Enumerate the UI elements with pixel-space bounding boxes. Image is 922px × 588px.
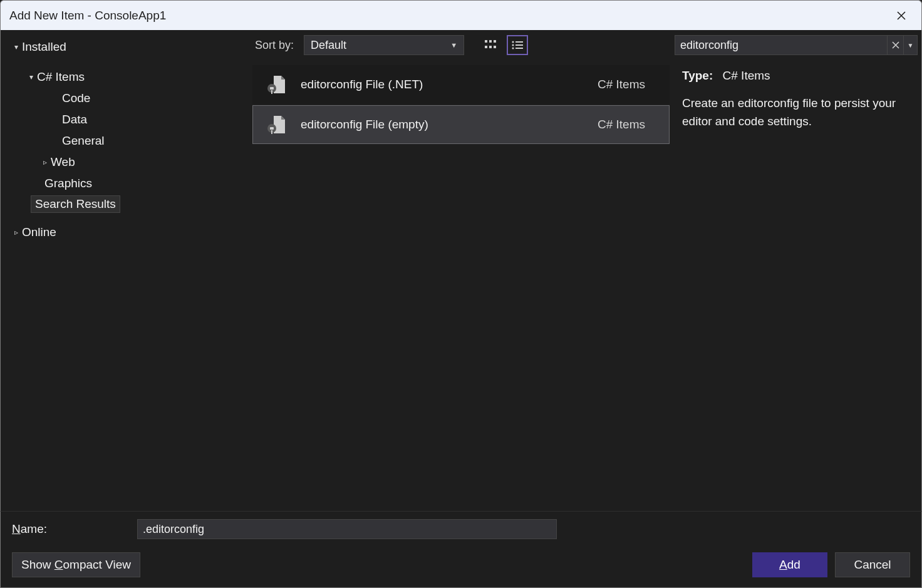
close-icon <box>896 11 906 21</box>
add-accelerator: A <box>779 558 787 571</box>
name-input[interactable] <box>137 519 557 539</box>
svg-rect-5 <box>494 46 496 48</box>
name-label: Name: <box>12 522 137 536</box>
svg-rect-11 <box>515 48 523 49</box>
template-list: editorconfig File (.NET) C# Items editor… <box>251 60 671 149</box>
button-row: Show Compact View Add Cancel <box>12 552 910 577</box>
tree-item-label: Graphics <box>44 177 92 190</box>
search-wrap: ▼ <box>671 30 921 60</box>
template-row[interactable]: editorconfig File (empty) C# Items <box>252 105 670 144</box>
sortby-dropdown[interactable]: Default ▼ <box>304 35 464 55</box>
tree-item-code[interactable]: Code <box>1 88 251 109</box>
tree-item-web[interactable]: ▹ Web <box>1 152 251 173</box>
add-button[interactable]: Add <box>752 552 827 577</box>
svg-point-8 <box>512 44 514 46</box>
details-pane: ▼ Type: C# Items Create an editorconfig … <box>671 30 921 511</box>
name-row: Name: <box>12 519 910 539</box>
tree-item-label: Code <box>62 91 90 105</box>
tree-item-csharp-items[interactable]: ▾ C# Items <box>1 66 251 88</box>
chevron-down-icon: ▼ <box>450 41 457 49</box>
svg-rect-17 <box>271 130 272 134</box>
sortby-label: Sort by: <box>255 39 294 52</box>
svg-rect-9 <box>515 44 523 46</box>
template-row[interactable]: editorconfig File (.NET) C# Items <box>252 65 670 104</box>
search-input[interactable] <box>675 35 888 55</box>
close-button[interactable] <box>890 4 913 27</box>
template-type: C# Items <box>598 78 658 91</box>
window-title: Add New Item - ConsoleApp1 <box>9 9 166 23</box>
tree-item-graphics[interactable]: Graphics <box>1 173 251 194</box>
chevron-right-icon: ▹ <box>11 228 22 237</box>
svg-rect-0 <box>485 40 487 43</box>
titlebar: Add New Item - ConsoleApp1 <box>0 0 922 30</box>
tree-item-label: Web <box>51 155 75 169</box>
svg-rect-1 <box>489 40 492 43</box>
view-grid-button[interactable] <box>480 35 502 55</box>
search-clear-button[interactable] <box>888 35 904 55</box>
details-body: Type: C# Items Create an editorconfig fi… <box>671 60 921 140</box>
details-type-value: C# Items <box>723 69 770 82</box>
tree-item-installed[interactable]: ▾ Installed <box>1 36 251 58</box>
add-rest: dd <box>787 558 800 571</box>
compact-accelerator: C <box>54 558 63 571</box>
name-label-rest: ame: <box>21 522 47 535</box>
category-tree: ▾ Installed ▾ C# Items Code Data General… <box>1 30 251 511</box>
tree-item-label: Search Results <box>35 197 116 210</box>
editorconfig-file-icon <box>264 73 288 96</box>
tree-item-label: Data <box>62 113 87 126</box>
svg-point-10 <box>512 47 514 49</box>
svg-rect-2 <box>494 40 496 43</box>
search-dropdown-button[interactable]: ▼ <box>904 35 918 55</box>
svg-rect-4 <box>489 46 492 48</box>
svg-point-6 <box>512 41 514 43</box>
compact-rest: ompact View <box>63 558 131 571</box>
chevron-down-icon: ▾ <box>26 73 37 81</box>
template-pane: Sort by: Default ▼ <box>251 30 671 511</box>
list-icon <box>511 40 524 50</box>
name-label-accelerator: N <box>12 522 21 535</box>
details-description: Create an editorconfig file to persist y… <box>682 94 910 131</box>
content: ▾ Installed ▾ C# Items Code Data General… <box>0 30 922 511</box>
compact-pre: Show <box>21 558 54 571</box>
right-buttons: Add Cancel <box>752 552 910 577</box>
tree-item-label: Online <box>22 225 56 239</box>
chevron-right-icon: ▹ <box>39 158 51 167</box>
tree-item-label: Installed <box>22 40 66 54</box>
chevron-down-icon: ▼ <box>908 42 914 49</box>
show-compact-view-button[interactable]: Show Compact View <box>12 552 140 577</box>
tree-item-data[interactable]: Data <box>1 109 251 130</box>
tree-item-label: C# Items <box>37 70 85 84</box>
tree-item-general[interactable]: General <box>1 130 251 152</box>
chevron-down-icon: ▾ <box>11 43 22 51</box>
svg-rect-7 <box>515 41 523 43</box>
template-name: editorconfig File (.NET) <box>301 78 585 91</box>
tree-item-label: General <box>62 134 105 148</box>
details-type-row: Type: C# Items <box>682 69 910 83</box>
footer: Name: Show Compact View Add Cancel <box>0 511 922 588</box>
svg-rect-13 <box>270 87 274 90</box>
template-type: C# Items <box>598 118 658 132</box>
svg-rect-14 <box>271 90 272 94</box>
svg-rect-16 <box>270 127 274 130</box>
tree-item-online[interactable]: ▹ Online <box>1 222 251 243</box>
cancel-button[interactable]: Cancel <box>835 552 910 577</box>
close-icon <box>892 41 899 49</box>
svg-rect-3 <box>485 46 487 48</box>
details-type-label: Type: <box>682 69 713 82</box>
sortby-value: Default <box>311 39 346 52</box>
grid-icon <box>484 39 498 51</box>
cancel-label: Cancel <box>854 558 891 572</box>
tree-item-search-results[interactable]: Search Results <box>31 195 120 213</box>
view-list-button[interactable] <box>507 35 528 55</box>
template-name: editorconfig File (empty) <box>301 118 585 132</box>
editorconfig-file-icon <box>264 113 288 137</box>
template-toolbar: Sort by: Default ▼ <box>251 30 671 60</box>
